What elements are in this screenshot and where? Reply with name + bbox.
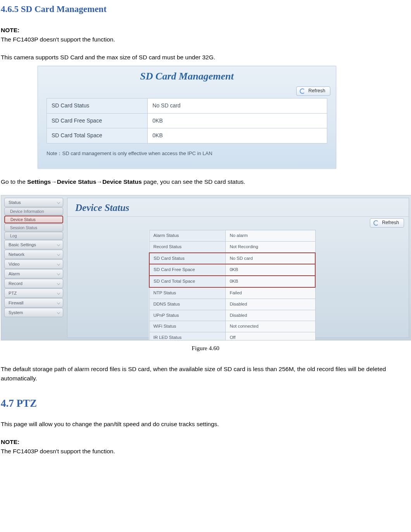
sidebar-item-label: Video xyxy=(9,261,19,268)
table-row: Alarm StatusNo alarm xyxy=(149,230,315,241)
sidebar-item-label: Network xyxy=(9,251,24,258)
sidebar-item-log[interactable]: Log xyxy=(4,232,63,240)
row-label: IR LED Status xyxy=(149,332,226,340)
table-row: IR LED StatusOff xyxy=(149,332,315,340)
section-heading: 4.6.5 SD Card Management xyxy=(1,2,410,16)
sidebar-item-label: Basic Settings xyxy=(9,242,36,248)
sd-row-label: SD Card Status xyxy=(47,98,148,113)
sidebar-item-firewall[interactable]: Firewall xyxy=(4,298,63,307)
sidebar-item-status[interactable]: Status xyxy=(4,198,63,207)
sidebar-item-label: Status xyxy=(9,199,21,206)
sd-row-value: 0KB xyxy=(148,128,327,143)
row-label: Alarm Status xyxy=(149,230,226,241)
sidebar-item-alarm[interactable]: Alarm xyxy=(4,269,63,278)
ptz-heading: 4.7 PTZ xyxy=(1,396,410,412)
row-value: Not connected xyxy=(226,321,315,332)
row-label: DDNS Status xyxy=(149,299,226,310)
goto-post: page, you can see the SD card status. xyxy=(142,178,245,185)
table-row: WiFi StatusNot connected xyxy=(149,321,315,332)
sidebar: Status Device Information Device Status … xyxy=(4,198,63,338)
table-row: SD Card Total Space0KB xyxy=(149,276,315,287)
sd-table: SD Card Status No SD card SD Card Free S… xyxy=(47,98,327,143)
row-value: Disabled xyxy=(226,299,315,310)
chevron-down-icon xyxy=(57,272,60,275)
sidebar-item-label: Session Status xyxy=(10,225,37,231)
sidebar-item-label: Alarm xyxy=(9,271,20,277)
arrow-icon: → xyxy=(51,178,57,185)
note-label: NOTE: xyxy=(1,26,410,35)
row-label: SD Card Free Space xyxy=(149,264,226,276)
sidebar-item-network[interactable]: Network xyxy=(4,250,63,259)
row-label: WiFi Status xyxy=(149,321,226,332)
chevron-down-icon xyxy=(57,253,60,256)
sidebar-item-label: Firewall xyxy=(9,300,24,306)
sidebar-item-system[interactable]: System xyxy=(4,308,63,317)
row-value: No alarm xyxy=(226,230,315,241)
table-row: SD Card StatusNo SD card xyxy=(149,253,315,264)
sd-panel-title: SD Card Management xyxy=(38,66,336,86)
sd-row-value: 0KB xyxy=(148,113,327,128)
sd-footnote: Note：SD card management is only effectiv… xyxy=(47,150,327,157)
chevron-down-icon xyxy=(57,311,60,314)
device-main: Device Status Refresh Alarm StatusNo ala… xyxy=(67,198,409,338)
row-label: NTP Status xyxy=(149,287,226,299)
row-label: SD Card Status xyxy=(149,253,226,264)
chevron-down-icon xyxy=(57,301,60,304)
sidebar-item-label: Record xyxy=(9,280,22,287)
table-row: Record StatusNot Recording xyxy=(149,241,315,252)
table-row: SD Card Status No SD card xyxy=(47,98,327,113)
table-row: DDNS StatusDisabled xyxy=(149,299,315,310)
ptz-intro: This page will allow you to change the p… xyxy=(1,420,410,429)
row-value: 0KB xyxy=(226,264,315,276)
refresh-button[interactable]: Refresh xyxy=(370,218,404,228)
refresh-icon xyxy=(300,88,305,94)
row-value: 0KB xyxy=(226,276,315,287)
refresh-icon xyxy=(373,220,379,226)
figure-caption: Figure 4.60 xyxy=(1,344,410,353)
table-row: SD Card Total Space 0KB xyxy=(47,128,327,143)
sidebar-item-label: Log xyxy=(10,233,17,239)
row-label: Record Status xyxy=(149,241,226,252)
arrow-icon: → xyxy=(96,178,102,185)
sidebar-item-label: System xyxy=(9,309,23,316)
sd-intro: This camera supports SD Card and the max… xyxy=(1,53,410,62)
table-row: SD Card Free Space 0KB xyxy=(47,113,327,128)
note-text: The FC1403P doesn't support the function… xyxy=(1,35,410,44)
sd-row-value: No SD card xyxy=(148,98,327,113)
sd-card-panel: SD Card Management Refresh SD Card Statu… xyxy=(38,66,336,169)
chevron-down-icon xyxy=(57,201,60,204)
row-value: No SD card xyxy=(226,253,315,264)
row-value: Failed xyxy=(226,287,315,299)
goto-path: Settings xyxy=(27,178,51,185)
row-value: Disabled xyxy=(226,310,315,321)
chevron-down-icon xyxy=(57,243,60,246)
sidebar-item-ptz[interactable]: PTZ xyxy=(4,288,63,298)
sidebar-item-label: Device Status xyxy=(10,216,36,223)
row-value: Not Recording xyxy=(226,241,315,252)
table-row: NTP StatusFailed xyxy=(149,287,315,299)
chevron-down-icon xyxy=(57,292,60,295)
refresh-label: Refresh xyxy=(382,219,399,226)
note-label: NOTE: xyxy=(1,437,410,447)
refresh-button[interactable]: Refresh xyxy=(296,86,330,96)
sidebar-item-basic-settings[interactable]: Basic Settings xyxy=(4,240,63,249)
sidebar-item-device-information[interactable]: Device Information xyxy=(4,207,63,215)
table-row: SD Card Free Space0KB xyxy=(149,264,315,276)
sidebar-item-device-status[interactable]: Device Status xyxy=(4,216,63,223)
note-text: The FC1403P doesn't support the function… xyxy=(1,447,410,456)
storage-text: The default storage path of alarm record… xyxy=(1,364,410,383)
chevron-down-icon xyxy=(57,263,60,266)
sd-row-label: SD Card Free Space xyxy=(47,113,148,128)
sd-row-label: SD Card Total Space xyxy=(47,128,148,143)
goto-pre: Go to the xyxy=(1,178,27,185)
goto-path: Device Status xyxy=(57,178,97,185)
sidebar-item-session-status[interactable]: Session Status xyxy=(4,224,63,231)
sidebar-item-video[interactable]: Video xyxy=(4,259,63,269)
row-label: UPnP Status xyxy=(149,310,226,321)
refresh-label: Refresh xyxy=(308,87,325,95)
goto-path: Device Status xyxy=(102,178,142,185)
sidebar-item-label: PTZ xyxy=(9,290,17,297)
row-value: Off xyxy=(226,332,315,340)
sidebar-item-record[interactable]: Record xyxy=(4,279,63,288)
device-status-panel: Status Device Information Device Status … xyxy=(1,195,411,340)
